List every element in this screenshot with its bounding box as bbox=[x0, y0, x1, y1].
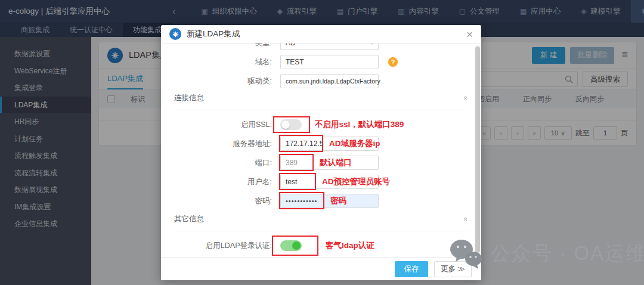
ldap-auth-toggle[interactable] bbox=[280, 240, 302, 251]
ssl-toggle[interactable] bbox=[280, 119, 302, 130]
form-row-ldap-auth: 启用LDAP登录认证: 客气ldap认证 bbox=[161, 238, 481, 253]
form-row-username: 用户名: test AD预控管理员账号 bbox=[161, 175, 481, 189]
form-row-type: 类型: AD ▾ bbox=[161, 44, 481, 50]
collapse-section-icon[interactable]: « bbox=[462, 96, 470, 100]
domain-input[interactable]: TEST bbox=[280, 55, 379, 69]
field-label: 密码: bbox=[161, 196, 280, 206]
field-label: 端口: bbox=[161, 158, 280, 168]
section-divider bbox=[174, 231, 468, 231]
section-title: 其它信息 bbox=[174, 214, 204, 224]
help-icon[interactable]: ? bbox=[388, 57, 398, 67]
form-row-driver: 驱动类: com.sun.jndi.ldap.LdapCtxFactory bbox=[161, 74, 481, 88]
modal-header: 新建LDAP集成 × bbox=[161, 25, 481, 44]
field-label: 用户名: bbox=[161, 177, 280, 187]
wechat-icon bbox=[448, 237, 483, 269]
field-label: 域名: bbox=[161, 57, 280, 67]
field-label: 类型: bbox=[161, 44, 280, 48]
field-label: 服务器地址: bbox=[161, 139, 280, 149]
modal-scrollbar[interactable] bbox=[475, 45, 480, 255]
section-other-info: 其它信息 « bbox=[161, 214, 481, 231]
section-divider bbox=[174, 110, 468, 110]
modal-footer: 保存 更多 ≫ bbox=[161, 257, 481, 280]
watermark: 公众号 · OA运维 bbox=[448, 237, 644, 269]
scrollbar-thumb[interactable] bbox=[475, 47, 480, 253]
field-label: 驱动类: bbox=[161, 76, 280, 86]
form-row-domain: 域名: TEST ? bbox=[161, 55, 481, 69]
integration-badge-icon bbox=[169, 28, 181, 40]
select-caret-icon: ▾ bbox=[370, 44, 373, 46]
close-icon[interactable]: × bbox=[466, 29, 473, 40]
modal-body: 类型: AD ▾ 域名: TEST ? 驱动类: com.sun.jndi.ld… bbox=[161, 44, 481, 257]
watermark-text: 公众号 · OA运维 bbox=[490, 240, 644, 267]
field-label: 启用SSL: bbox=[161, 120, 280, 130]
section-title: 连接信息 bbox=[174, 93, 204, 103]
annotation-text: AD预控管理员账号 bbox=[322, 176, 390, 187]
modal-title: 新建LDAP集成 bbox=[187, 29, 240, 39]
collapse-section-icon[interactable]: « bbox=[462, 217, 470, 221]
annotation-text: 不启用ssl，默认端口389 bbox=[315, 119, 404, 130]
form-row-port: 端口: 389 默认端口 bbox=[161, 156, 481, 170]
form-row-ssl: 启用SSL: 不启用ssl，默认端口389 bbox=[161, 117, 481, 132]
section-connection-info: 连接信息 « bbox=[161, 93, 481, 110]
field-label: 启用LDAP登录认证: bbox=[161, 241, 280, 251]
type-select[interactable]: AD ▾ bbox=[280, 44, 379, 50]
form-row-server: 服务器地址: 172.17.12.5 AD域服务器ip bbox=[161, 137, 481, 151]
new-ldap-modal: 新建LDAP集成 × 类型: AD ▾ 域名: TEST ? 驱动类: com.… bbox=[161, 25, 481, 280]
type-select-value: AD bbox=[286, 44, 296, 47]
password-input[interactable]: ••••••••••• bbox=[280, 194, 379, 208]
annotation-text: AD域服务器ip bbox=[329, 138, 380, 149]
form-row-password: 密码: ••••••••••• 密码 bbox=[161, 194, 481, 208]
save-button[interactable]: 保存 bbox=[395, 261, 428, 277]
annotation-text: 密码 bbox=[330, 196, 346, 206]
annotation-text: 客气ldap认证 bbox=[326, 240, 374, 251]
annotation-text: 默认端口 bbox=[320, 157, 352, 168]
driver-class-input[interactable]: com.sun.jndi.ldap.LdapCtxFactory bbox=[280, 74, 379, 88]
